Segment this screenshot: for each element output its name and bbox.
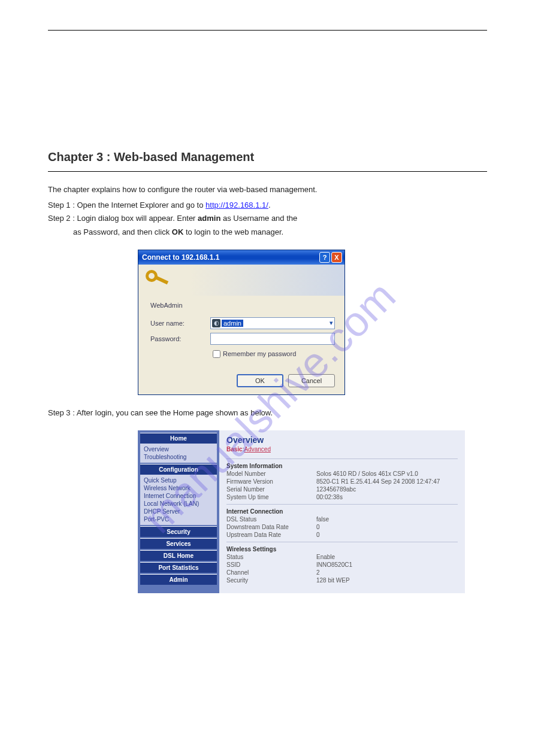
- value-channel: 2: [316, 569, 320, 576]
- sidebar-item-troubleshooting[interactable]: Troubleshooting: [140, 453, 217, 461]
- step1-a: Step 1 : Open the Internet Explorer and …: [48, 201, 205, 210]
- row-serial: Serial Number123456789abc: [226, 486, 458, 493]
- section-system-info: System Information: [226, 459, 458, 469]
- login-dialog: Connect to 192.168.1.1 ? X WebAdmin User…: [138, 250, 345, 395]
- remember-checkbox-row[interactable]: Remember my password: [210, 348, 335, 360]
- sidebar-section-home[interactable]: Home: [140, 433, 217, 444]
- sidebar-item-lan[interactable]: Local Network (LAN): [140, 500, 217, 508]
- sidebar-item-dhcp[interactable]: DHCP Server: [140, 508, 217, 515]
- row-dsl: DSL Statusfalse: [226, 516, 458, 523]
- sidebar-item-internet[interactable]: Internet Connection: [140, 492, 217, 500]
- label-dsl: DSL Status: [226, 516, 316, 523]
- row-channel: Channel2: [226, 569, 458, 576]
- overview-main: Overview Basic:Advanced System Informati…: [219, 430, 465, 593]
- row-wstatus: StatusEnable: [226, 554, 458, 560]
- overview-panel: Home Overview Troubleshooting Configurat…: [138, 430, 465, 593]
- ok-word: OK: [172, 227, 184, 236]
- label-ssid: SSID: [226, 561, 316, 568]
- label-security: Security: [226, 577, 316, 584]
- row-model: Model NumberSolos 4610 RD / Solos 461x C…: [226, 470, 458, 477]
- sidebar-item-portpvc[interactable]: Port-PVC: [140, 515, 217, 523]
- cancel-button[interactable]: Cancel: [288, 374, 335, 387]
- overview-title: Overview: [226, 435, 458, 445]
- help-icon[interactable]: ?: [319, 252, 330, 263]
- user-icon: ◐: [212, 319, 220, 327]
- admin-word: admin: [198, 214, 220, 223]
- dialog-title: Connect to 192.168.1.1: [142, 253, 318, 262]
- step-3: Step 3 : After login, you can see the Ho…: [48, 407, 487, 420]
- remember-checkbox[interactable]: [213, 350, 220, 358]
- username-value: admin: [222, 320, 243, 327]
- dialog-banner: [138, 265, 344, 296]
- value-ssid: INNO8520C1: [316, 561, 352, 568]
- label-serial: Serial Number: [226, 486, 316, 493]
- row-down: Downstream Data Rate0: [226, 524, 458, 530]
- section-wireless: Wireless Settings: [226, 542, 458, 552]
- dialog-realm: WebAdmin: [150, 302, 335, 309]
- sidebar-home-items: Overview Troubleshooting: [140, 444, 217, 463]
- overview-tabs: Basic:Advanced: [226, 446, 458, 453]
- ok-button[interactable]: OK: [237, 374, 283, 387]
- label-channel: Channel: [226, 569, 316, 576]
- tab-basic[interactable]: Basic: [226, 446, 243, 453]
- sidebar-item-wireless[interactable]: Wireless Network: [140, 484, 217, 492]
- tab-advanced[interactable]: Advanced: [244, 446, 270, 453]
- sidebar: Home Overview Troubleshooting Configurat…: [138, 430, 219, 593]
- value-firmware: 8520-C1 R1 E.25.41.44 Sep 24 2008 12:47:…: [316, 478, 440, 485]
- dialog-titlebar[interactable]: Connect to 192.168.1.1 ? X: [138, 250, 344, 265]
- step-1: Step 1 : Open the Internet Explorer and …: [48, 199, 487, 212]
- password-label: Password:: [150, 335, 210, 342]
- label-down: Downstream Data Rate: [226, 524, 316, 530]
- keys-icon: [144, 269, 170, 292]
- label-model: Model Number: [226, 470, 316, 477]
- sidebar-section-admin[interactable]: Admin: [140, 574, 217, 585]
- row-security: Security128 bit WEP: [226, 577, 458, 584]
- chapter-title: Chapter 3 : Web-based Management: [48, 150, 487, 164]
- row-uptime: System Up time00:02:38s: [226, 494, 458, 500]
- sidebar-section-services[interactable]: Services: [140, 538, 217, 549]
- top-rule: [48, 30, 487, 31]
- username-field[interactable]: ◐ admin ▾: [210, 317, 335, 329]
- sidebar-section-security[interactable]: Security: [140, 526, 217, 537]
- sidebar-item-quick-setup[interactable]: Quick Setup: [140, 476, 217, 484]
- username-label: User name:: [150, 320, 210, 327]
- row-up: Upstream Data Rate0: [226, 532, 458, 538]
- value-uptime: 00:02:38s: [316, 494, 343, 500]
- sidebar-section-configuration[interactable]: Configuration: [140, 464, 217, 475]
- step-2-line1: Step 2 : Login dialog box will appear. E…: [48, 212, 487, 225]
- sidebar-config-items: Quick Setup Wireless Network Internet Co…: [140, 475, 217, 525]
- password-field[interactable]: [210, 333, 335, 345]
- sidebar-item-overview[interactable]: Overview: [140, 445, 217, 453]
- label-wstatus: Status: [226, 554, 316, 560]
- value-down: 0: [316, 524, 320, 530]
- label-up: Upstream Data Rate: [226, 532, 316, 538]
- step2-a: Step 2 : Login dialog box will appear. E…: [48, 214, 198, 223]
- chapter-rule: [48, 171, 487, 172]
- sidebar-section-portstats[interactable]: Port Statistics: [140, 562, 217, 573]
- intro-text: The chapter explains how to configure th…: [48, 184, 487, 196]
- sidebar-section-dslhome[interactable]: DSL Home: [140, 550, 217, 561]
- label-firmware: Firmware Version: [226, 478, 316, 485]
- label-uptime: System Up time: [226, 494, 316, 500]
- row-ssid: SSIDINNO8520C1: [226, 561, 458, 568]
- step2-d: to login to the web manager.: [183, 227, 283, 236]
- row-firmware: Firmware Version8520-C1 R1 E.25.41.44 Se…: [226, 478, 458, 485]
- remember-label: Remember my password: [223, 350, 296, 357]
- value-dsl: false: [316, 516, 329, 523]
- value-wstatus: Enable: [316, 554, 335, 560]
- step2-c: as Password, and then click: [73, 227, 170, 236]
- value-up: 0: [316, 532, 320, 538]
- step1-b: .: [268, 201, 271, 210]
- value-model: Solos 4610 RD / Solos 461x CSP v1.0: [316, 470, 418, 477]
- close-icon[interactable]: X: [331, 252, 342, 263]
- step-2-line2: as Password, and then click OK to login …: [48, 226, 487, 239]
- chevron-down-icon[interactable]: ▾: [330, 319, 333, 327]
- section-internet: Internet Connection: [226, 504, 458, 515]
- config-url-link[interactable]: http://192.168.1.1/: [205, 201, 268, 210]
- value-security: 128 bit WEP: [316, 577, 350, 584]
- value-serial: 123456789abc: [316, 486, 356, 493]
- step2-b: as Username and the: [220, 214, 297, 223]
